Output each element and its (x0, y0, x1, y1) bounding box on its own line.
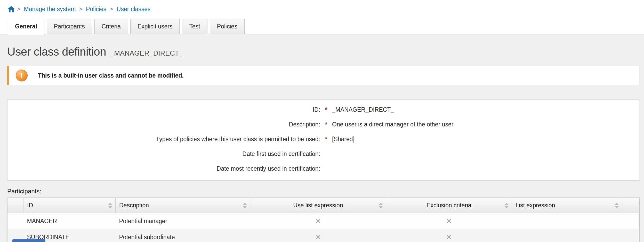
breadcrumb-separator: > (109, 6, 114, 12)
field-value: [Shared] (332, 136, 355, 143)
column-header-blank (7, 198, 23, 213)
field-label: Date most recently used in certification… (7, 165, 320, 172)
cell-use: ✕ (250, 213, 386, 229)
breadcrumb-link-policies[interactable]: Policies (86, 6, 106, 13)
cell-desc: Potential subordinate (116, 229, 250, 242)
builtin-warning-alert: ! This is a built-in user class and cann… (7, 66, 639, 85)
column-header-description[interactable]: Description (116, 198, 250, 213)
user-class-details-panel: ID: * _MANAGER_DIRECT_ Description: * On… (7, 100, 639, 180)
cell-excl: ✕ (386, 213, 512, 229)
cell-desc: Potential manager (116, 213, 250, 229)
cell-rowsel (7, 213, 23, 229)
tab-test[interactable]: Test (182, 19, 207, 34)
x-mark-icon: ✕ (446, 217, 452, 225)
x-mark-icon: ✕ (446, 233, 452, 241)
column-header-label: Use list expression (293, 202, 343, 209)
column-header-use-list-expression[interactable]: Use list expression (250, 198, 386, 213)
warning-text: This is a built-in user class and cannot… (38, 72, 184, 79)
breadcrumb: >Manage the system>Policies>User classes (0, 0, 644, 14)
home-icon (8, 6, 15, 12)
column-header-id[interactable]: ID (23, 198, 116, 213)
column-header-exclusion-criteria[interactable]: Exclusion criteria (386, 198, 512, 213)
x-mark-icon: ✕ (315, 217, 321, 225)
participants-label: Participants: (7, 188, 639, 195)
column-header-label: ID (27, 202, 33, 209)
page-title: User class definition (7, 45, 106, 58)
breadcrumb-separator: > (78, 6, 83, 12)
field-label: Date first used in certification: (7, 150, 320, 157)
cell-use: ✕ (250, 229, 386, 242)
form-row: Types of policies where this user class … (7, 132, 639, 147)
cell-spacer (622, 229, 640, 242)
tab-participants[interactable]: Participants (47, 19, 92, 34)
sort-icon[interactable] (615, 203, 619, 208)
required-marker: * (320, 106, 332, 114)
participant-row-manager[interactable]: MANAGERPotential manager✕✕ (7, 213, 640, 229)
column-header-label: Description (119, 202, 149, 209)
page-subtitle: _MANAGER_DIRECT_ (110, 49, 183, 57)
form-row: Description: * One user is a direct mana… (7, 117, 639, 132)
warning-icon: ! (16, 70, 28, 81)
required-marker: * (320, 135, 332, 143)
breadcrumb-separator: > (17, 6, 21, 12)
column-header-label: Exclusion criteria (426, 202, 471, 209)
required-marker: * (320, 121, 332, 128)
cell-spacer (622, 213, 640, 229)
tab-explicit-users[interactable]: Explicit users (130, 19, 180, 34)
sort-icon[interactable] (108, 203, 112, 208)
tab-general[interactable]: General (8, 19, 44, 35)
field-value: _MANAGER_DIRECT_ (332, 106, 394, 113)
participants-table: IDDescriptionUse list expressionExclusio… (7, 198, 640, 242)
participants-header-row: IDDescriptionUse list expressionExclusio… (7, 198, 640, 213)
bottom-partial-button[interactable] (12, 239, 45, 242)
participant-row-subordinate[interactable]: SUBORDINATEPotential subordinate✕✕ (7, 229, 640, 242)
page-header: User class definition _MANAGER_DIRECT_ (7, 34, 639, 58)
field-label: Description: (7, 121, 320, 128)
sort-icon[interactable] (379, 203, 383, 208)
tab-bar: GeneralParticipantsCriteriaExplicit user… (0, 14, 644, 34)
cell-excl: ✕ (386, 229, 512, 242)
tab-policies[interactable]: Policies (210, 19, 245, 34)
column-header-label: List expression (516, 202, 555, 209)
cell-lexpr (512, 229, 622, 242)
form-row: Date first used in certification: (7, 147, 639, 161)
column-header-list-expression[interactable]: List expression (512, 198, 622, 213)
main-content: User class definition _MANAGER_DIRECT_ !… (0, 34, 644, 242)
sort-icon[interactable] (504, 203, 509, 208)
field-label: Types of policies where this user class … (7, 136, 320, 143)
field-label: ID: (7, 106, 320, 113)
home-link[interactable] (8, 6, 15, 12)
form-row: ID: * _MANAGER_DIRECT_ (7, 102, 639, 117)
column-header-spacer (622, 198, 640, 213)
cell-id: MANAGER (23, 213, 116, 229)
sort-icon[interactable] (243, 203, 247, 208)
breadcrumb-link-manage-the-system[interactable]: Manage the system (24, 6, 76, 13)
tab-criteria[interactable]: Criteria (94, 19, 128, 34)
field-value: One user is a direct manager of the othe… (332, 121, 453, 128)
breadcrumb-link-user-classes[interactable]: User classes (117, 6, 151, 13)
cell-lexpr (512, 213, 622, 229)
form-row: Date most recently used in certification… (7, 161, 639, 176)
x-mark-icon: ✕ (315, 233, 321, 241)
